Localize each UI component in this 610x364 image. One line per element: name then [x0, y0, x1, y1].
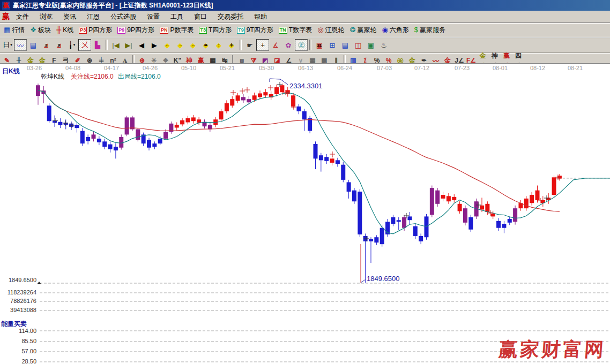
toolbar-button-p-digit-table[interactable]: PNP数字表 — [157, 24, 197, 36]
diamond-split-icon[interactable]: ◆⇹ — [199, 39, 212, 51]
brain-tool-glyph: ㊣ — [298, 40, 305, 50]
svg-text:07-23: 07-23 — [455, 65, 470, 71]
svg-text:28.50: 28.50 — [21, 358, 36, 364]
period-day-glyph: 日 — [3, 40, 10, 50]
toolbar-main: ▦行情❖板块╫K线P3P四方形P99P四方形PNP数字表T3T四方形T99T四方… — [0, 23, 610, 37]
diamond-split-overlay: ⇹ — [204, 43, 208, 48]
candle-style-icon[interactable]: ╽▾ — [65, 39, 78, 51]
menu-item-文件[interactable]: 文件 — [11, 11, 34, 22]
p-digit-table-icon: PN — [160, 27, 169, 34]
sectors-label: 板块 — [38, 26, 51, 35]
next-icon[interactable]: ▶ — [148, 39, 161, 51]
diamond-right-icon[interactable]: ◆→ — [174, 39, 187, 51]
toolbar-button-t-square[interactable]: T3T四方形 — [196, 24, 234, 36]
first-page-icon[interactable]: |◀ — [109, 39, 122, 51]
svg-text:出局线=2106.0: 出局线=2106.0 — [118, 73, 161, 80]
gann-wheel-icon: ◎ — [317, 26, 323, 34]
crosshair-glyph: ＋ — [259, 40, 266, 50]
toolbar-separator — [309, 40, 311, 50]
mini-chart-9-icon[interactable]: ⊿9 — [53, 39, 65, 51]
p-square-icon: P3 — [79, 27, 87, 34]
winner-service-icon: $ — [414, 26, 418, 34]
f10-info-icon[interactable]: ▤ — [27, 39, 40, 51]
menu-item-江恩[interactable]: 江恩 — [81, 11, 105, 22]
f10-info-glyph: ▤ — [30, 41, 36, 49]
toolbar-button-quotes[interactable]: ▦行情 — [1, 24, 27, 36]
chart-canvas[interactable]: 日K线03-2604-0804-1704-2605-1005-2105-3006… — [0, 64, 610, 364]
angle-tool-icon[interactable]: ∡ — [269, 39, 282, 51]
gann-flower-icon[interactable]: ✿ — [282, 39, 295, 51]
toolbar-button-t-digit-table[interactable]: TNT数字表 — [276, 24, 315, 36]
save-glyph: ◫ — [355, 41, 361, 49]
print-icon[interactable]: ♨ — [377, 39, 390, 51]
svg-text:05-30: 05-30 — [259, 65, 274, 71]
toolbar-button-sectors[interactable]: ❖板块 — [27, 24, 54, 36]
toolbar-button-gann-wheel[interactable]: ◎江恩轮 — [315, 24, 347, 36]
svg-text:08-12: 08-12 — [530, 65, 545, 71]
first-page-glyph: |◀ — [112, 41, 119, 49]
mini-chart-3-icon[interactable]: ⊿3 — [40, 39, 53, 51]
diamond-left-icon[interactable]: ◆← — [161, 39, 174, 51]
color-bars-icon[interactable]: ▙ — [91, 39, 104, 51]
svg-text:57.00: 57.00 — [21, 348, 36, 354]
last-page-icon[interactable]: ▶| — [122, 39, 135, 51]
notepad-icon[interactable]: ▤ — [339, 39, 352, 51]
menu-item-设置[interactable]: 设置 — [142, 11, 165, 22]
9p-square-icon: P9 — [117, 27, 125, 34]
svg-text:78826176: 78826176 — [10, 298, 36, 304]
winner-wheel-icon: ❂ — [350, 26, 356, 34]
period-day-icon[interactable]: 日▾ — [1, 39, 14, 51]
diamond-vboth-icon[interactable]: ◆↕ — [212, 39, 225, 51]
toolbar-button-9p-square[interactable]: P99P四方形 — [115, 24, 157, 36]
svg-text:05-10: 05-10 — [181, 65, 196, 71]
svg-text:08-01: 08-01 — [493, 65, 508, 71]
pattern-red-icon[interactable]: 㐅 — [78, 39, 91, 51]
t-square-label: T四方形 — [209, 26, 232, 35]
application-window: 赢 赢家江恩专业版[赢家内部服务平台] - [上证指数 SH1A0001-123… — [0, 0, 610, 364]
svg-text:04-17: 04-17 — [104, 65, 119, 71]
kline-label: K线 — [63, 26, 73, 35]
calculator-glyph: ⊞ — [330, 41, 336, 49]
diamond-expand-icon[interactable]: ◆✛ — [225, 39, 238, 51]
diamond-right-overlay: → — [178, 43, 182, 48]
snapshot-icon[interactable]: ▣ — [364, 39, 377, 51]
9t-square-icon: T9 — [237, 27, 245, 34]
notepad-glyph: ▤ — [342, 41, 348, 49]
trend-map-glyph: 〰 — [17, 40, 24, 50]
menu-item-资讯[interactable]: 资讯 — [58, 11, 81, 22]
menu-item-工具[interactable]: 工具 — [165, 11, 189, 22]
toolbar-button-hexagon[interactable]: ◉六角形 — [379, 24, 411, 36]
save-icon[interactable]: ◫ — [352, 39, 364, 51]
toolbar-button-9t-square[interactable]: T99T四方形 — [234, 24, 276, 36]
toolbar-button-winner-wheel[interactable]: ❂赢家轮 — [347, 24, 380, 36]
svg-text:日K线: 日K线 — [2, 67, 20, 75]
toolbar-button-p-square[interactable]: P3P四方形 — [76, 24, 115, 36]
menu-item-公式选股[interactable]: 公式选股 — [105, 11, 142, 22]
svg-text:39413088: 39413088 — [10, 307, 36, 313]
crosshair-icon[interactable]: ＋ — [256, 39, 269, 51]
hand-tool-icon[interactable]: ☛ — [243, 39, 256, 51]
svg-text:关注线=2106.0: 关注线=2106.0 — [71, 73, 114, 80]
diamond-hboth-icon[interactable]: ◆↔ — [187, 39, 199, 51]
svg-text:06-13: 06-13 — [298, 65, 313, 71]
svg-text:04-08: 04-08 — [65, 65, 80, 71]
menu-item-浏览[interactable]: 浏览 — [34, 11, 58, 22]
menu-item-帮助[interactable]: 帮助 — [249, 11, 272, 22]
trend-map-icon[interactable]: 〰 — [14, 39, 27, 51]
angle-tool-glyph: ∡ — [272, 41, 279, 49]
diamond-left-overlay: ← — [165, 43, 169, 48]
kline-icon: ╫ — [56, 26, 61, 34]
mini-chart-3-overlay: 3 — [45, 43, 47, 48]
svg-text:07-12: 07-12 — [414, 65, 429, 71]
toolbar-button-kline[interactable]: ╫K线 — [54, 24, 76, 36]
calendar-21-icon[interactable]: ▣21 — [313, 39, 326, 51]
diamond-expand-overlay: ✛ — [230, 43, 234, 48]
toolbar-button-winner-service[interactable]: $赢家服务 — [412, 24, 448, 36]
sectors-icon: ❖ — [30, 26, 36, 34]
menu-item-窗口[interactable]: 窗口 — [189, 11, 212, 22]
9p-square-label: 9P四方形 — [127, 26, 154, 35]
prev-icon[interactable]: ◀ — [135, 39, 148, 51]
calculator-icon[interactable]: ⊞ — [326, 39, 339, 51]
menu-item-交易委托[interactable]: 交易委托 — [212, 11, 249, 22]
brain-tool-icon[interactable]: ㊣ — [295, 39, 308, 51]
